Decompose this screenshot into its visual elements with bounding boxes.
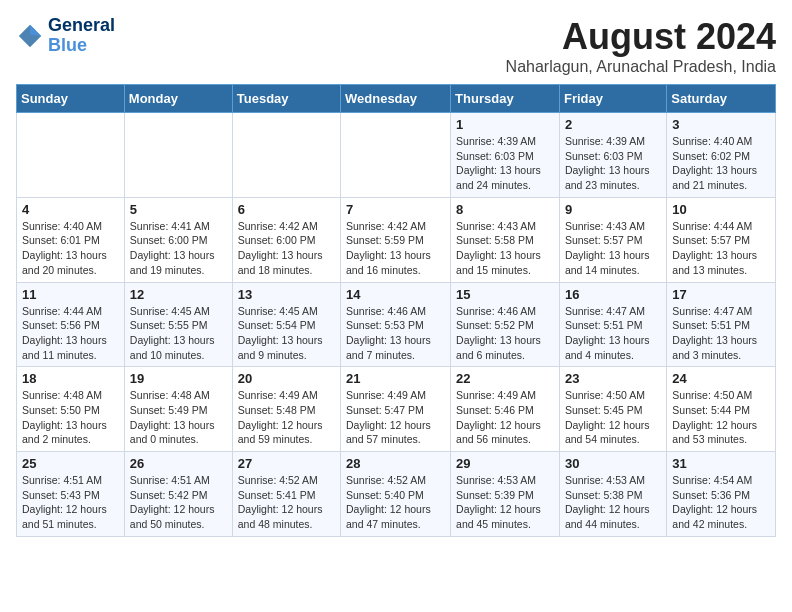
calendar-cell: 3Sunrise: 4:40 AM Sunset: 6:02 PM Daylig… [667,113,776,198]
day-number: 4 [22,202,119,217]
weekday-header-monday: Monday [124,85,232,113]
calendar-cell: 23Sunrise: 4:50 AM Sunset: 5:45 PM Dayli… [559,367,666,452]
day-info: Sunrise: 4:42 AM Sunset: 5:59 PM Dayligh… [346,219,445,278]
day-number: 26 [130,456,227,471]
day-info: Sunrise: 4:43 AM Sunset: 5:57 PM Dayligh… [565,219,661,278]
calendar-cell: 6Sunrise: 4:42 AM Sunset: 6:00 PM Daylig… [232,197,340,282]
day-info: Sunrise: 4:42 AM Sunset: 6:00 PM Dayligh… [238,219,335,278]
weekday-header-sunday: Sunday [17,85,125,113]
calendar-cell: 20Sunrise: 4:49 AM Sunset: 5:48 PM Dayli… [232,367,340,452]
day-number: 5 [130,202,227,217]
main-title: August 2024 [506,16,776,58]
calendar-cell: 30Sunrise: 4:53 AM Sunset: 5:38 PM Dayli… [559,452,666,537]
day-info: Sunrise: 4:48 AM Sunset: 5:50 PM Dayligh… [22,388,119,447]
day-info: Sunrise: 4:53 AM Sunset: 5:38 PM Dayligh… [565,473,661,532]
day-number: 14 [346,287,445,302]
calendar-cell: 21Sunrise: 4:49 AM Sunset: 5:47 PM Dayli… [341,367,451,452]
calendar-cell: 24Sunrise: 4:50 AM Sunset: 5:44 PM Dayli… [667,367,776,452]
day-info: Sunrise: 4:49 AM Sunset: 5:46 PM Dayligh… [456,388,554,447]
weekday-header-saturday: Saturday [667,85,776,113]
day-number: 9 [565,202,661,217]
calendar-cell: 1Sunrise: 4:39 AM Sunset: 6:03 PM Daylig… [451,113,560,198]
calendar-cell: 25Sunrise: 4:51 AM Sunset: 5:43 PM Dayli… [17,452,125,537]
header: General Blue August 2024 Naharlagun, Aru… [16,16,776,76]
subtitle: Naharlagun, Arunachal Pradesh, India [506,58,776,76]
title-area: August 2024 Naharlagun, Arunachal Prades… [506,16,776,76]
day-info: Sunrise: 4:49 AM Sunset: 5:48 PM Dayligh… [238,388,335,447]
calendar-cell: 18Sunrise: 4:48 AM Sunset: 5:50 PM Dayli… [17,367,125,452]
calendar-cell: 2Sunrise: 4:39 AM Sunset: 6:03 PM Daylig… [559,113,666,198]
day-number: 2 [565,117,661,132]
day-number: 18 [22,371,119,386]
calendar-cell: 12Sunrise: 4:45 AM Sunset: 5:55 PM Dayli… [124,282,232,367]
calendar-cell: 16Sunrise: 4:47 AM Sunset: 5:51 PM Dayli… [559,282,666,367]
day-number: 19 [130,371,227,386]
calendar-cell [341,113,451,198]
week-row-1: 4Sunrise: 4:40 AM Sunset: 6:01 PM Daylig… [17,197,776,282]
day-number: 20 [238,371,335,386]
day-number: 30 [565,456,661,471]
weekday-header-friday: Friday [559,85,666,113]
calendar-table: SundayMondayTuesdayWednesdayThursdayFrid… [16,84,776,537]
day-number: 7 [346,202,445,217]
calendar-cell: 29Sunrise: 4:53 AM Sunset: 5:39 PM Dayli… [451,452,560,537]
day-info: Sunrise: 4:41 AM Sunset: 6:00 PM Dayligh… [130,219,227,278]
day-number: 16 [565,287,661,302]
day-number: 13 [238,287,335,302]
day-info: Sunrise: 4:46 AM Sunset: 5:52 PM Dayligh… [456,304,554,363]
day-number: 28 [346,456,445,471]
logo-text: General Blue [48,16,115,56]
day-info: Sunrise: 4:47 AM Sunset: 5:51 PM Dayligh… [565,304,661,363]
day-info: Sunrise: 4:51 AM Sunset: 5:43 PM Dayligh… [22,473,119,532]
calendar-cell: 15Sunrise: 4:46 AM Sunset: 5:52 PM Dayli… [451,282,560,367]
calendar-cell: 14Sunrise: 4:46 AM Sunset: 5:53 PM Dayli… [341,282,451,367]
day-info: Sunrise: 4:47 AM Sunset: 5:51 PM Dayligh… [672,304,770,363]
day-info: Sunrise: 4:51 AM Sunset: 5:42 PM Dayligh… [130,473,227,532]
day-number: 24 [672,371,770,386]
day-info: Sunrise: 4:52 AM Sunset: 5:40 PM Dayligh… [346,473,445,532]
day-number: 12 [130,287,227,302]
day-number: 22 [456,371,554,386]
calendar-cell: 5Sunrise: 4:41 AM Sunset: 6:00 PM Daylig… [124,197,232,282]
calendar-cell: 22Sunrise: 4:49 AM Sunset: 5:46 PM Dayli… [451,367,560,452]
calendar-cell [17,113,125,198]
calendar-cell: 27Sunrise: 4:52 AM Sunset: 5:41 PM Dayli… [232,452,340,537]
day-info: Sunrise: 4:50 AM Sunset: 5:44 PM Dayligh… [672,388,770,447]
day-info: Sunrise: 4:39 AM Sunset: 6:03 PM Dayligh… [456,134,554,193]
svg-marker-1 [30,25,41,36]
calendar-cell: 13Sunrise: 4:45 AM Sunset: 5:54 PM Dayli… [232,282,340,367]
day-info: Sunrise: 4:54 AM Sunset: 5:36 PM Dayligh… [672,473,770,532]
week-row-3: 18Sunrise: 4:48 AM Sunset: 5:50 PM Dayli… [17,367,776,452]
calendar-cell [124,113,232,198]
weekday-header-row: SundayMondayTuesdayWednesdayThursdayFrid… [17,85,776,113]
calendar-cell: 4Sunrise: 4:40 AM Sunset: 6:01 PM Daylig… [17,197,125,282]
calendar-cell: 26Sunrise: 4:51 AM Sunset: 5:42 PM Dayli… [124,452,232,537]
day-info: Sunrise: 4:52 AM Sunset: 5:41 PM Dayligh… [238,473,335,532]
calendar-cell [232,113,340,198]
week-row-4: 25Sunrise: 4:51 AM Sunset: 5:43 PM Dayli… [17,452,776,537]
day-number: 10 [672,202,770,217]
calendar-cell: 7Sunrise: 4:42 AM Sunset: 5:59 PM Daylig… [341,197,451,282]
day-number: 25 [22,456,119,471]
week-row-2: 11Sunrise: 4:44 AM Sunset: 5:56 PM Dayli… [17,282,776,367]
weekday-header-wednesday: Wednesday [341,85,451,113]
logo: General Blue [16,16,115,56]
day-info: Sunrise: 4:49 AM Sunset: 5:47 PM Dayligh… [346,388,445,447]
day-number: 27 [238,456,335,471]
calendar-cell: 28Sunrise: 4:52 AM Sunset: 5:40 PM Dayli… [341,452,451,537]
calendar-cell: 31Sunrise: 4:54 AM Sunset: 5:36 PM Dayli… [667,452,776,537]
day-info: Sunrise: 4:48 AM Sunset: 5:49 PM Dayligh… [130,388,227,447]
day-number: 21 [346,371,445,386]
weekday-header-thursday: Thursday [451,85,560,113]
calendar-cell: 9Sunrise: 4:43 AM Sunset: 5:57 PM Daylig… [559,197,666,282]
calendar-cell: 11Sunrise: 4:44 AM Sunset: 5:56 PM Dayli… [17,282,125,367]
day-info: Sunrise: 4:44 AM Sunset: 5:56 PM Dayligh… [22,304,119,363]
day-info: Sunrise: 4:45 AM Sunset: 5:55 PM Dayligh… [130,304,227,363]
day-info: Sunrise: 4:45 AM Sunset: 5:54 PM Dayligh… [238,304,335,363]
day-number: 17 [672,287,770,302]
day-info: Sunrise: 4:40 AM Sunset: 6:01 PM Dayligh… [22,219,119,278]
logo-icon [16,22,44,50]
weekday-header-tuesday: Tuesday [232,85,340,113]
calendar-cell: 19Sunrise: 4:48 AM Sunset: 5:49 PM Dayli… [124,367,232,452]
day-info: Sunrise: 4:44 AM Sunset: 5:57 PM Dayligh… [672,219,770,278]
